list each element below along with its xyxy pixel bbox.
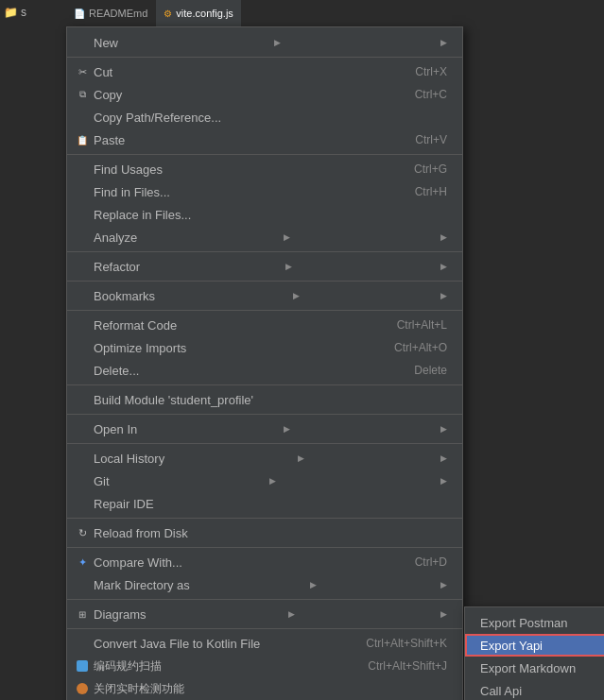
- easyapi-submenu: Export Postman Export Yapi Export Markdo…: [464, 606, 604, 700]
- submenu-arrow-open-in: ▶: [284, 424, 290, 434]
- menu-item-coding-scan[interactable]: 编码规约扫描 Ctrl+Alt+Shift+J: [67, 655, 462, 677]
- menu-item-new-label: New: [94, 36, 118, 50]
- menu-item-delete[interactable]: Delete... Delete: [67, 359, 462, 382]
- coding-scan-icon: [75, 658, 90, 674]
- menu-item-repair-ide[interactable]: Repair IDE: [67, 492, 462, 515]
- menu-item-delete-label: Delete...: [94, 364, 139, 378]
- submenu-arrow-bookmarks: ▶: [293, 291, 300, 300]
- menu-item-copy[interactable]: ⧉ Copy Ctrl+C: [67, 83, 462, 106]
- menu-item-optimize[interactable]: Optimize Imports Ctrl+Alt+O: [67, 336, 462, 359]
- tab-vite-config[interactable]: ⚙ vite.config.js: [156, 0, 242, 26]
- compare-shortcut: Ctrl+D: [415, 555, 447, 569]
- file-tabs: 📄 READMEmd ⚙ vite.config.js: [66, 0, 435, 26]
- delete-shortcut: Delete: [414, 364, 447, 377]
- menu-item-compare-with-label: Compare With...: [94, 555, 182, 570]
- compare-icon: ✦: [75, 555, 90, 570]
- menu-item-cut-label: Cut: [94, 65, 112, 79]
- tree-item-label: s: [21, 2, 26, 23]
- menu-item-diagrams-label: Diagrams: [94, 607, 147, 622]
- menu-item-replace-in-files[interactable]: Replace in Files...: [67, 203, 462, 226]
- separator-5: [67, 310, 462, 311]
- call-api-label: Call Api: [480, 684, 522, 698]
- menu-item-git[interactable]: Git ▶: [67, 470, 462, 492]
- menu-item-reformat[interactable]: Reformat Code Ctrl+Alt+L: [67, 314, 462, 336]
- separator-12: [67, 628, 462, 629]
- export-markdown-label: Export Markdown: [480, 661, 576, 675]
- menu-item-diagrams[interactable]: ⊞ Diagrams ▶: [67, 603, 462, 625]
- coding-scan-shortcut: Ctrl+Alt+Shift+J: [368, 659, 447, 673]
- submenu-arrow-git: ▶: [269, 476, 276, 486]
- menu-item-find-in-files[interactable]: Find in Files... Ctrl+H: [67, 180, 462, 203]
- menu-item-paste-label: Paste: [94, 133, 125, 147]
- cut-icon: ✂: [75, 64, 90, 79]
- menu-item-bookmarks[interactable]: Bookmarks ▶: [67, 284, 462, 307]
- optimize-shortcut: Ctrl+Alt+O: [394, 341, 447, 354]
- menu-item-realtime-detect[interactable]: 关闭实时检测功能: [67, 677, 462, 700]
- menu-item-refactor-label: Refactor: [94, 260, 140, 274]
- menu-item-copy-path[interactable]: Copy Path/Reference...: [67, 106, 462, 128]
- separator-1: [67, 57, 462, 58]
- export-postman-label: Export Postman: [480, 616, 568, 630]
- export-yapi-label: Export Yapi: [480, 639, 543, 653]
- menu-item-mark-directory[interactable]: Mark Directory as ▶: [67, 573, 462, 596]
- menu-item-build-module-label: Build Module 'student_profile': [94, 393, 253, 407]
- menu-item-find-usages-label: Find Usages: [94, 162, 163, 177]
- copy-shortcut: Ctrl+C: [415, 88, 447, 101]
- separator-8: [67, 443, 462, 444]
- menu-item-coding-scan-label: 编码规约扫描: [94, 658, 162, 674]
- menu-item-open-in[interactable]: Open In ▶: [67, 418, 462, 440]
- convert-java-shortcut: Ctrl+Alt+Shift+K: [366, 637, 447, 650]
- submenu-arrow-refactor: ▶: [285, 262, 292, 271]
- submenu-item-export-yapi[interactable]: Export Yapi: [465, 634, 604, 657]
- find-in-files-shortcut: Ctrl+H: [415, 185, 447, 198]
- separator-10: [67, 547, 462, 548]
- separator-3: [67, 251, 462, 252]
- menu-item-git-label: Git: [94, 474, 110, 488]
- menu-item-reload-label: Reload from Disk: [94, 526, 188, 540]
- menu-item-refactor[interactable]: Refactor ▶: [67, 255, 462, 278]
- reformat-shortcut: Ctrl+Alt+L: [397, 318, 447, 332]
- submenu-arrow-diagrams: ▶: [288, 609, 295, 619]
- submenu-item-export-markdown[interactable]: Export Markdown: [465, 657, 604, 679]
- separator-7: [67, 414, 462, 415]
- cut-shortcut: Ctrl+X: [415, 65, 447, 78]
- submenu-arrow-mark-dir: ▶: [310, 580, 317, 589]
- reload-icon: ↻: [75, 525, 90, 540]
- tree-item-root[interactable]: 📁 s: [0, 2, 66, 23]
- menu-item-build-module[interactable]: Build Module 'student_profile': [67, 388, 462, 411]
- paste-icon: 📋: [75, 132, 90, 147]
- menu-item-find-in-files-label: Find in Files...: [94, 185, 170, 199]
- submenu-item-call-api[interactable]: Call Api Alt+Shift+C: [465, 679, 604, 700]
- menu-item-reload[interactable]: ↻ Reload from Disk: [67, 521, 462, 544]
- menu-item-copy-path-label: Copy Path/Reference...: [94, 111, 221, 125]
- context-menu: New ▶ ✂ Cut Ctrl+X ⧉ Copy Ctrl+C Copy Pa…: [66, 26, 463, 700]
- menu-item-paste[interactable]: 📋 Paste Ctrl+V: [67, 128, 462, 151]
- menu-item-bookmarks-label: Bookmarks: [94, 289, 155, 303]
- menu-item-new[interactable]: New ▶: [67, 31, 462, 54]
- find-usages-shortcut: Ctrl+G: [414, 162, 447, 176]
- menu-item-reformat-label: Reformat Code: [94, 318, 177, 333]
- menu-item-analyze[interactable]: Analyze ▶: [67, 226, 462, 248]
- menu-item-local-history-label: Local History: [94, 452, 164, 466]
- separator-4: [67, 281, 462, 282]
- menu-item-realtime-detect-label: 关闭实时检测功能: [94, 681, 184, 697]
- separator-11: [67, 599, 462, 600]
- menu-item-convert-java[interactable]: Convert Java File to Kotlin File Ctrl+Al…: [67, 632, 462, 655]
- menu-item-local-history[interactable]: Local History ▶: [67, 447, 462, 470]
- menu-item-compare-with[interactable]: ✦ Compare With... Ctrl+D: [67, 551, 462, 573]
- project-tree: 📁 s: [0, 0, 66, 700]
- menu-item-convert-java-label: Convert Java File to Kotlin File: [94, 637, 260, 651]
- menu-item-find-usages[interactable]: Find Usages Ctrl+G: [67, 158, 462, 180]
- menu-item-copy-label: Copy: [94, 88, 122, 102]
- copy-icon: ⧉: [75, 87, 90, 102]
- menu-item-replace-in-files-label: Replace in Files...: [94, 208, 191, 222]
- separator-9: [67, 518, 462, 519]
- tab-vite-label: vite.config.js: [176, 8, 233, 19]
- tab-readme[interactable]: 📄 READMEmd: [66, 0, 156, 26]
- submenu-item-export-postman[interactable]: Export Postman: [465, 611, 604, 634]
- menu-item-cut[interactable]: ✂ Cut Ctrl+X: [67, 60, 462, 83]
- submenu-arrow-local-history: ▶: [298, 453, 304, 463]
- separator-2: [67, 154, 462, 155]
- tab-vite-icon: ⚙: [164, 9, 172, 19]
- menu-item-optimize-label: Optimize Imports: [94, 341, 186, 355]
